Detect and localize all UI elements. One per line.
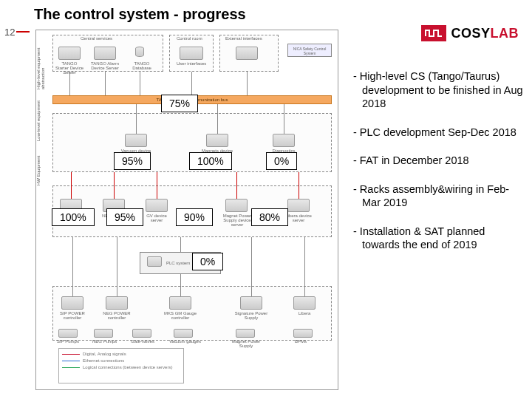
hw-icon (169, 296, 191, 310)
side-label: Low-level equipment (36, 89, 41, 141)
cosylab-logo: COSYLAB (421, 25, 519, 41)
note-item: High-level CS (Tango/Taurus) development… (353, 69, 523, 111)
inst-icon (293, 329, 313, 338)
nica-safety-label: NICA Safety Control System (290, 47, 329, 55)
page-number: 12 (4, 27, 15, 38)
note-item: Racks assembly&wiring in Feb-Mar 2019 (353, 183, 523, 210)
notes-list: High-level CS (Tango/Taurus) development… (353, 69, 523, 267)
slide-title: The control system - progress (34, 6, 246, 23)
note-item: PLC development Sep-Dec 2018 (353, 126, 523, 140)
server-icon (287, 199, 310, 212)
server-icon (125, 134, 147, 147)
pct-neg: 95% (106, 208, 143, 226)
pct-plc: 0% (192, 253, 223, 270)
note-item: Installation & SAT planned towards the e… (353, 225, 523, 252)
server-icon (273, 134, 295, 147)
accent-bar (16, 31, 30, 33)
device-icon (58, 47, 81, 60)
plc-icon (147, 256, 162, 267)
logo-icon (421, 25, 446, 41)
database-icon (135, 47, 144, 57)
device-icon (94, 47, 116, 60)
hw-icon (106, 296, 128, 310)
note-item: FAT in December 2018 (353, 154, 523, 168)
central-services-label: Central services (81, 36, 112, 41)
hw-icon (61, 296, 83, 310)
pct-sip: 100% (52, 208, 95, 226)
inst-icon (236, 329, 255, 338)
hw-icon (240, 296, 262, 310)
logo-text: COSYLAB (451, 26, 519, 41)
inst-icon (58, 329, 78, 338)
inst-icon (94, 329, 113, 338)
inst-icon (174, 329, 193, 338)
server-icon (206, 134, 228, 147)
plc-label: PLC system (166, 261, 190, 265)
side-label: HW Equipment (36, 141, 41, 185)
pct-vacuum: 95% (114, 152, 151, 170)
pct-magnets: 100% (189, 152, 232, 170)
device-icon (236, 47, 258, 60)
pct-gv: 90% (176, 208, 213, 226)
monitor-icon (180, 47, 203, 60)
server-icon (225, 199, 248, 212)
server-icon (146, 199, 168, 212)
legend-box: Digital, Analog signals Ethernet connect… (58, 348, 184, 383)
pct-mps: 80% (251, 208, 288, 226)
pct-diagnostics: 0% (266, 152, 297, 170)
hw-icon (293, 296, 316, 310)
side-label: High-level equipment abstraction (36, 30, 45, 89)
inst-icon (132, 329, 151, 338)
external-interfaces-label: External interfaces (225, 36, 262, 41)
pct-bus: 75% (161, 95, 198, 112)
control-room-label: Control room (177, 36, 202, 41)
